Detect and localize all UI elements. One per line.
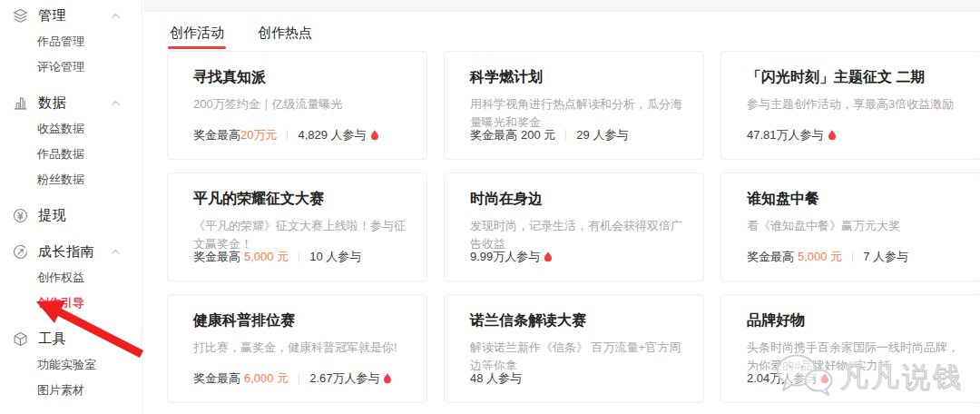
card-footer: 奖金最高 20万元 4,829 人参与	[193, 127, 407, 143]
activity-card[interactable]: 科学燃计划 用科学视角进行热点解读和分析，瓜分海量曝光和奖金 奖金最高 200 …	[444, 51, 704, 160]
card-footer: 奖金最高 6,000 元 2.67万人参与	[193, 370, 407, 387]
sidebar-group-label: 提现	[38, 207, 66, 224]
activity-card[interactable]: 时尚在身边 发现时尚，记录生活，有机会获得双倍广告收益 9.99万人参与	[444, 172, 704, 281]
card-description: 发现时尚，记录生活，有机会获得双倍广告收益	[470, 217, 683, 249]
flame-icon	[543, 251, 554, 263]
sidebar: 管理 作品管理 评论管理 数据 收益数据 作品数据 粉丝数据	[0, 0, 142, 414]
bar-chart-icon	[13, 95, 28, 111]
footer-divider	[565, 130, 566, 141]
card-description: 用科学视角进行热点解读和分析，瓜分海量曝光和奖金	[470, 95, 683, 127]
activity-card[interactable]: 诺兰信条解读大赛 解读诺兰新作《信条》 百万流量+官方周边等你拿 48 人参与	[444, 294, 704, 403]
layers-icon	[13, 8, 28, 24]
card-title: 科学燃计划	[470, 68, 683, 87]
prize-value: 200 元	[521, 127, 555, 143]
footer-divider	[852, 251, 853, 262]
participants-count: 10 人参与	[309, 249, 361, 265]
prize-label: 奖金最高	[747, 249, 794, 265]
card-description: 参与主题创作活动，享最高3倍收益激励	[747, 95, 960, 113]
participants-count: 2.04万人参与	[747, 370, 817, 387]
card-footer: 2.04万人参与	[747, 370, 960, 387]
activity-card-grid: 寻找真知派 200万签约金｜亿级流量曝光 奖金最高 20万元 4,829 人参与…	[167, 51, 980, 403]
sidebar-group-data-header[interactable]: 数据	[0, 89, 142, 116]
card-title: 诺兰信条解读大赛	[470, 311, 683, 330]
card-footer: 9.99万人参与	[470, 249, 683, 265]
main-content: 创作活动 创作热点 寻找真知派 200万签约金｜亿级流量曝光 奖金最高 20万元…	[143, 0, 980, 414]
tab-creation-hotspots[interactable]: 创作热点	[256, 12, 314, 49]
sidebar-group-tools-header[interactable]: 工具	[0, 325, 142, 352]
sidebar-group-label: 数据	[38, 94, 66, 112]
chevron-up-icon	[110, 97, 122, 109]
card-description: 《平凡的荣耀》征文大赛上线啦！参与征文赢奖金！	[193, 217, 407, 249]
sidebar-item-income-data[interactable]: 收益数据	[0, 116, 142, 142]
sidebar-item-feature-lab[interactable]: 功能实验室	[0, 352, 142, 378]
participants-count: 48 人参与	[470, 370, 522, 387]
sidebar-item-withdraw[interactable]: 提现	[0, 202, 142, 229]
footer-divider	[287, 130, 288, 141]
card-description: 看《谁知盘中餐》赢万元大奖	[747, 217, 960, 235]
sidebar-group-label: 工具	[38, 330, 66, 348]
activity-card[interactable]: 健康科普排位赛 打比赛，赢奖金，健康科普冠军就是你! 奖金最高 6,000 元 …	[167, 294, 427, 403]
participants-count: 2.67万人参与	[309, 370, 379, 387]
sidebar-item-image-assets[interactable]: 图片素材	[0, 378, 142, 403]
prize-value: 20万元	[240, 127, 277, 143]
tab-creation-activities[interactable]: 创作活动	[168, 12, 226, 49]
sidebar-item-creation-guide[interactable]: 创作引导	[0, 291, 142, 316]
flame-icon	[382, 372, 393, 385]
card-footer: 奖金最高 200 元 29 人参与	[470, 127, 683, 143]
card-title: 谁知盘中餐	[747, 190, 960, 209]
sidebar-group-withdraw: 提现	[0, 202, 142, 229]
card-description: 头条时尚携手百余家国际一线时尚品牌，为你爱的#品牌好物#实力打	[747, 339, 960, 370]
tab-bar: 创作活动 创作热点	[143, 12, 980, 49]
sidebar-group-manage-header[interactable]: 管理	[0, 2, 142, 29]
activity-card[interactable]: 谁知盘中餐 看《谁知盘中餐》赢万元大奖 奖金最高 5,000 元 7 人参与	[720, 172, 980, 281]
participants-count: 9.99万人参与	[470, 249, 540, 265]
activity-card[interactable]: 平凡的荣耀征文大赛 《平凡的荣耀》征文大赛上线啦！参与征文赢奖金！ 奖金最高 5…	[167, 172, 427, 281]
chevron-up-icon	[110, 246, 122, 258]
card-footer: 47.81万人参与	[747, 127, 960, 143]
compass-icon	[13, 244, 28, 260]
chevron-up-icon	[110, 10, 122, 22]
prize-label: 奖金最高	[193, 249, 240, 265]
card-footer: 48 人参与	[470, 370, 683, 387]
activity-card[interactable]: 品牌好物 头条时尚携手百余家国际一线时尚品牌，为你爱的#品牌好物#实力打 2.0…	[720, 294, 980, 403]
participants-count: 29 人参与	[576, 127, 628, 143]
sidebar-group-data: 数据 收益数据 作品数据 粉丝数据	[0, 89, 142, 192]
prize-label: 奖金最高	[193, 127, 240, 143]
sidebar-item-works-manage[interactable]: 作品管理	[0, 29, 142, 54]
card-description: 打比赛，赢奖金，健康科普冠军就是你!	[193, 339, 407, 357]
sidebar-group-label: 成长指南	[38, 243, 94, 261]
sidebar-group-label: 管理	[38, 7, 66, 25]
sidebar-group-growth: 成长指南 创作权益 创作引导	[0, 238, 142, 316]
card-description: 解读诺兰新作《信条》 百万流量+官方周边等你拿	[470, 339, 683, 370]
yuan-coin-icon	[13, 208, 28, 223]
sidebar-group-manage: 管理 作品管理 评论管理	[0, 2, 142, 80]
flame-icon	[369, 129, 380, 142]
flame-icon	[819, 372, 830, 385]
card-description: 200万签约金｜亿级流量曝光	[193, 95, 407, 113]
sidebar-item-creation-rights[interactable]: 创作权益	[0, 265, 142, 291]
card-title: 平凡的荣耀征文大赛	[193, 190, 407, 209]
card-title: 品牌好物	[747, 311, 960, 330]
chevron-up-icon	[110, 333, 122, 345]
flame-icon	[827, 129, 838, 142]
card-title: 健康科普排位赛	[193, 311, 407, 330]
card-footer: 奖金最高 5,000 元 7 人参与	[747, 249, 960, 265]
prize-label: 奖金最高	[193, 370, 240, 387]
prize-label: 奖金最高	[470, 127, 517, 143]
sidebar-item-fans-data[interactable]: 粉丝数据	[0, 167, 142, 192]
activity-card[interactable]: 寻找真知派 200万签约金｜亿级流量曝光 奖金最高 20万元 4,829 人参与	[167, 51, 427, 160]
card-title: 时尚在身边	[470, 190, 683, 209]
activity-card[interactable]: 「闪光时刻」主题征文 二期 参与主题创作活动，享最高3倍收益激励 47.81万人…	[720, 51, 980, 160]
prize-value: 6,000 元	[244, 370, 289, 387]
footer-divider	[299, 251, 299, 262]
card-title: 「闪光时刻」主题征文 二期	[747, 68, 960, 87]
sidebar-item-works-data[interactable]: 作品数据	[0, 142, 142, 167]
sidebar-group-growth-header[interactable]: 成长指南	[0, 238, 142, 265]
prize-value: 5,000 元	[244, 249, 289, 265]
card-title: 寻找真知派	[193, 68, 407, 87]
card-footer: 奖金最高 5,000 元 10 人参与	[193, 249, 407, 265]
sidebar-item-comments-manage[interactable]: 评论管理	[0, 54, 142, 80]
sidebar-group-tools: 工具 功能实验室 图片素材	[0, 325, 142, 403]
participants-count: 7 人参与	[863, 249, 908, 265]
cube-icon	[13, 331, 28, 347]
